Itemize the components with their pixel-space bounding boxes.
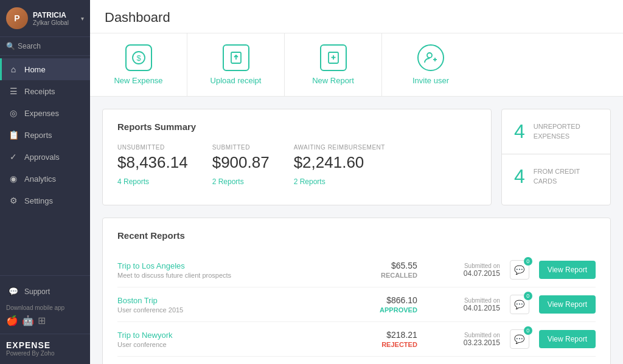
stat-label-1: SUBMITTED [212, 144, 270, 151]
table-row: Trip to Newyork User conference $218.21 … [117, 322, 596, 357]
stat-link-1[interactable]: 2 Reports [212, 177, 244, 186]
sidebar: P PATRICIA Zylkar Global ▾ 🔍 ⌂ Home ☰ Re… [0, 0, 90, 364]
recent-reports-title: Recent Reports [117, 230, 596, 241]
credit-label: FROM CREDIT CARDS [534, 167, 598, 186]
view-report-button-2[interactable]: View Report [539, 330, 596, 348]
dollar-circle-icon: $ [125, 44, 152, 71]
sidebar-item-label: Home [24, 65, 46, 74]
reports-summary-title: Reports Summary [117, 122, 476, 132]
sidebar-item-receipts[interactable]: ☰ Receipts [0, 80, 90, 102]
support-label: Support [24, 287, 50, 296]
report-submitted-label-1: Submitted on [427, 297, 500, 304]
chevron-down-icon: ▾ [81, 15, 84, 22]
quick-actions-bar: $ New Expense Upload receipt [90, 33, 623, 97]
report-amount-2: $218.21 [357, 330, 417, 340]
reports-summary-card: Reports Summary UNSUBMITTED $8,436.14 4 … [102, 109, 492, 205]
side-stat-unreported: 4 UNREPORTED EXPENSES [502, 109, 610, 154]
stat-value-2: $2,241.60 [294, 153, 385, 172]
brand-sub: Powered By Zoho [6, 350, 84, 357]
report-desc-1: User conference 2015 [117, 306, 347, 314]
receipts-icon: ☰ [9, 86, 18, 96]
comment-badge-0: 0 [524, 257, 532, 266]
invite-user-icon [417, 44, 444, 71]
search-input[interactable] [18, 42, 84, 50]
comment-badge-2: 0 [524, 326, 532, 335]
table-row: Boston Trip User conference 2015 $866.10… [117, 287, 596, 322]
apple-icon[interactable]: 🍎 [6, 315, 18, 326]
sidebar-nav: ⌂ Home ☰ Receipts ◎ Expenses 📋 Reports ✓… [0, 56, 90, 275]
report-name-1[interactable]: Boston Trip [117, 296, 347, 305]
reports-icon: 📋 [9, 130, 18, 140]
table-row: Trip to Los Angeles Meet to discuss futu… [117, 253, 596, 287]
android-icon[interactable]: 🤖 [22, 315, 34, 326]
upload-receipt-action[interactable]: Upload receipt [187, 33, 285, 96]
sidebar-brand: EXPENSE Powered By Zoho [0, 334, 90, 364]
new-report-action[interactable]: New Report [285, 33, 382, 96]
report-name-2[interactable]: Trip to Newyork [117, 331, 347, 340]
sidebar-item-settings[interactable]: ⚙ Settings [0, 190, 90, 211]
home-icon: ⌂ [9, 64, 18, 74]
page-title: Dashboard [105, 10, 608, 26]
credit-number: 4 [514, 165, 525, 188]
side-stats-card: 4 UNREPORTED EXPENSES 4 FROM CREDIT CARD… [501, 109, 611, 205]
new-report-label: New Report [312, 76, 354, 85]
report-desc-0: Meet to discuss future client prospects [117, 272, 347, 279]
side-stat-credit: 4 FROM CREDIT CARDS [502, 154, 610, 199]
settings-icon: ⚙ [9, 196, 18, 205]
sidebar-item-analytics[interactable]: ◉ Analytics [0, 168, 90, 190]
sidebar-item-label: Reports [24, 131, 52, 140]
report-amount-1: $866.10 [357, 295, 417, 305]
report-date-0: 04.07.2015 [427, 269, 500, 278]
stat-link-2[interactable]: 2 Reports [294, 177, 325, 186]
avatar: P [6, 7, 28, 29]
stat-value-1: $900.87 [212, 153, 270, 172]
main-header: Dashboard [90, 0, 623, 33]
comment-badge-1: 0 [524, 292, 532, 300]
invite-user-action[interactable]: Invite user [382, 33, 479, 96]
sidebar-item-approvals[interactable]: ✓ Approvals [0, 146, 90, 168]
download-label: Download mobile app [6, 304, 84, 311]
new-expense-label: New Expense [114, 76, 162, 85]
recent-reports-section: Recent Reports Trip to Los Angeles Meet … [90, 218, 623, 364]
new-report-icon [320, 44, 347, 71]
download-icons: 🍎 🤖 ⊞ [6, 315, 84, 326]
stat-label-0: UNSUBMITTED [117, 144, 188, 151]
sidebar-item-label: Receipts [24, 87, 55, 96]
unreported-label: UNREPORTED EXPENSES [534, 122, 598, 141]
view-report-button-0[interactable]: View Report [539, 261, 596, 279]
report-amount-0: $65.55 [357, 261, 417, 270]
upload-receipt-label: Upload receipt [211, 76, 262, 85]
report-status-1: APPROVED [357, 306, 417, 314]
sidebar-item-reports[interactable]: 📋 Reports [0, 124, 90, 146]
stat-submitted: SUBMITTED $900.87 2 Reports [212, 144, 270, 187]
approvals-icon: ✓ [9, 152, 18, 162]
report-submitted-label-0: Submitted on [427, 263, 500, 269]
main-content: Dashboard $ New Expense Upload receipt [90, 0, 623, 364]
sidebar-org: Zylkar Global [33, 19, 78, 26]
windows-icon[interactable]: ⊞ [38, 315, 46, 326]
sidebar-support-item[interactable]: 💬 Support [6, 283, 84, 300]
comment-button-0[interactable]: 💬 0 [510, 260, 529, 280]
comment-button-2[interactable]: 💬 0 [510, 329, 529, 349]
stat-value-0: $8,436.14 [117, 153, 188, 172]
brand-name: EXPENSE [6, 340, 84, 350]
summary-stats: UNSUBMITTED $8,436.14 4 Reports SUBMITTE… [117, 144, 476, 187]
new-expense-action[interactable]: $ New Expense [90, 33, 187, 96]
stat-link-0[interactable]: 4 Reports [117, 177, 149, 186]
sidebar-search-bar[interactable]: 🔍 [0, 37, 90, 56]
upload-receipt-icon [223, 44, 249, 71]
report-date-1: 04.01.2015 [427, 304, 500, 312]
sidebar-user[interactable]: P PATRICIA Zylkar Global ▾ [0, 0, 90, 37]
view-report-button-1[interactable]: View Report [539, 295, 596, 314]
invite-user-label: Invite user [412, 76, 449, 85]
svg-point-6 [427, 53, 432, 58]
stat-awaiting: AWAITING REIMBURSEMENT $2,241.60 2 Repor… [294, 144, 385, 187]
search-icon: 🔍 [6, 42, 15, 50]
sidebar-item-expenses[interactable]: ◎ Expenses [0, 102, 90, 124]
sidebar-footer: 💬 Support Download mobile app 🍎 🤖 ⊞ [0, 275, 90, 334]
sidebar-item-home[interactable]: ⌂ Home [0, 58, 90, 80]
stat-unsubmitted: UNSUBMITTED $8,436.14 4 Reports [117, 144, 188, 187]
sidebar-item-label: Analytics [24, 174, 56, 184]
report-name-0[interactable]: Trip to Los Angeles [117, 261, 347, 270]
comment-button-1[interactable]: 💬 0 [510, 295, 529, 314]
